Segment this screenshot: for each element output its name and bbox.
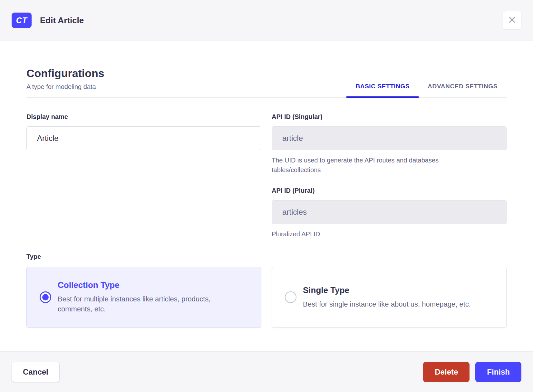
type-label: Type [26,253,507,260]
modal-title: Edit Article [40,15,84,25]
collection-type-description: Best for multiple instances like article… [58,294,238,314]
config-title: Configurations [26,67,104,80]
modal-body: Configurations A type for modeling data … [0,41,533,351]
collection-type-text: Collection Type Best for multiple instan… [58,280,248,314]
content-type-badge: CT [12,13,32,28]
single-type-option[interactable]: Single Type Best for single instance lik… [272,267,507,328]
radio-dot [42,294,49,300]
edit-article-modal: CT Edit Article Configurations A type fo… [0,0,533,392]
modal-header: CT Edit Article [0,0,533,41]
footer-actions: Delete Finish [423,362,521,382]
api-id-plural-field: API ID (Plural) Pluralized API ID [272,187,507,239]
api-id-plural-label: API ID (Plural) [272,187,507,194]
api-id-singular-input [272,126,507,150]
modal-footer: Cancel Delete Finish [0,351,533,392]
collection-type-option[interactable]: Collection Type Best for multiple instan… [26,267,261,328]
delete-button[interactable]: Delete [423,362,470,382]
display-name-input[interactable] [26,126,261,150]
api-id-plural-helper: Pluralized API ID [272,229,484,239]
api-id-singular-field: API ID (Singular) The UID is used to gen… [272,113,507,175]
tab-basic-settings[interactable]: BASIC SETTINGS [346,83,419,98]
display-name-label: Display name [26,113,261,121]
content-type-badge-label: CT [16,16,27,25]
collection-type-radio-icon[interactable] [40,291,51,303]
tab-advanced-settings[interactable]: ADVANCED SETTINGS [419,83,507,98]
type-options: Collection Type Best for multiple instan… [26,267,507,328]
api-id-column: API ID (Singular) The UID is used to gen… [272,113,507,239]
config-subtitle: A type for modeling data [26,83,104,91]
config-form: Display name API ID (Singular) The UID i… [26,113,507,328]
radio-dot [287,294,294,300]
close-button[interactable] [503,11,521,30]
cancel-button[interactable]: Cancel [12,362,60,382]
type-section: Type Collection Type Best for multiple i… [26,253,507,328]
collection-type-title: Collection Type [58,280,248,290]
api-id-plural-input [272,200,507,224]
close-icon [508,16,516,25]
config-header-row: Configurations A type for modeling data … [26,67,507,98]
single-type-radio-icon[interactable] [285,291,296,303]
settings-tabs: BASIC SETTINGS ADVANCED SETTINGS [346,83,507,98]
api-id-singular-helper: The UID is used to generate the API rout… [272,155,484,175]
single-type-title: Single Type [303,285,493,295]
single-type-description: Best for single instance like about us, … [303,299,483,309]
single-type-text: Single Type Best for single instance lik… [303,285,493,309]
config-heading-block: Configurations A type for modeling data [26,67,104,98]
api-id-singular-label: API ID (Singular) [272,113,507,121]
finish-button[interactable]: Finish [475,362,521,382]
display-name-field: Display name [26,113,261,239]
